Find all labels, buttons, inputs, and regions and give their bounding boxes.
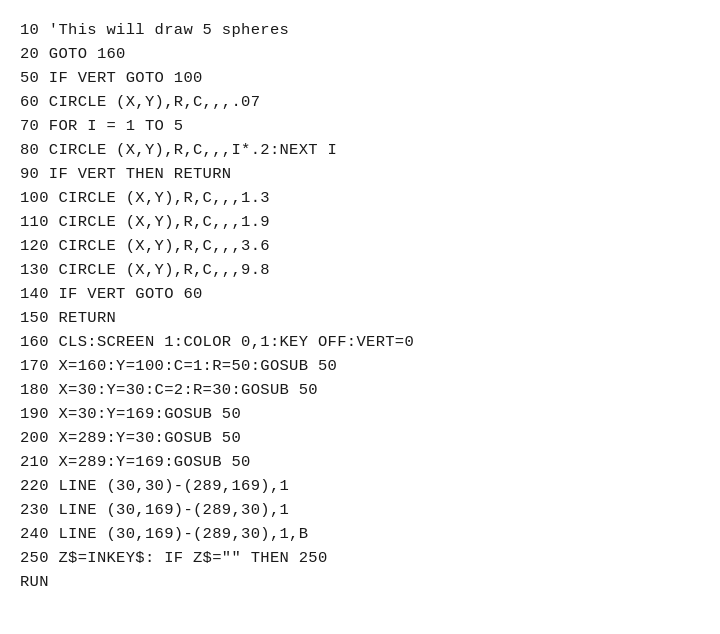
code-line: 140 IF VERT GOTO 60 bbox=[20, 282, 700, 306]
code-line: 180 X=30:Y=30:C=2:R=30:GOSUB 50 bbox=[20, 378, 700, 402]
code-line: 160 CLS:SCREEN 1:COLOR 0,1:KEY OFF:VERT=… bbox=[20, 330, 700, 354]
code-line: 110 CIRCLE (X,Y),R,C,,,1.9 bbox=[20, 210, 700, 234]
code-line: 210 X=289:Y=169:GOSUB 50 bbox=[20, 450, 700, 474]
code-line: 150 RETURN bbox=[20, 306, 700, 330]
code-screen: 10 'This will draw 5 spheres20 GOTO 1605… bbox=[0, 0, 720, 634]
code-line: 130 CIRCLE (X,Y),R,C,,,9.8 bbox=[20, 258, 700, 282]
code-line: 20 GOTO 160 bbox=[20, 42, 700, 66]
code-line: 100 CIRCLE (X,Y),R,C,,,1.3 bbox=[20, 186, 700, 210]
code-line: 120 CIRCLE (X,Y),R,C,,,3.6 bbox=[20, 234, 700, 258]
code-line: 220 LINE (30,30)-(289,169),1 bbox=[20, 474, 700, 498]
code-line: 200 X=289:Y=30:GOSUB 50 bbox=[20, 426, 700, 450]
code-line: 60 CIRCLE (X,Y),R,C,,,.07 bbox=[20, 90, 700, 114]
code-line: 80 CIRCLE (X,Y),R,C,,,I*.2:NEXT I bbox=[20, 138, 700, 162]
code-line: 190 X=30:Y=169:GOSUB 50 bbox=[20, 402, 700, 426]
code-line: 240 LINE (30,169)-(289,30),1,B bbox=[20, 522, 700, 546]
code-line: RUN bbox=[20, 570, 700, 594]
code-line: 230 LINE (30,169)-(289,30),1 bbox=[20, 498, 700, 522]
code-line: 250 Z$=INKEY$: IF Z$="" THEN 250 bbox=[20, 546, 700, 570]
code-line: 70 FOR I = 1 TO 5 bbox=[20, 114, 700, 138]
code-line: 90 IF VERT THEN RETURN bbox=[20, 162, 700, 186]
code-line: 170 X=160:Y=100:C=1:R=50:GOSUB 50 bbox=[20, 354, 700, 378]
code-line: 50 IF VERT GOTO 100 bbox=[20, 66, 700, 90]
code-listing: 10 'This will draw 5 spheres20 GOTO 1605… bbox=[20, 18, 700, 594]
code-line: 10 'This will draw 5 spheres bbox=[20, 18, 700, 42]
